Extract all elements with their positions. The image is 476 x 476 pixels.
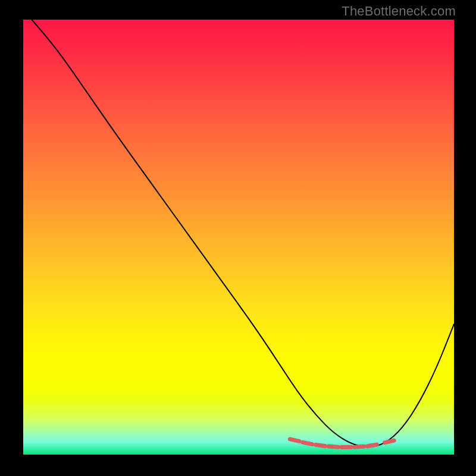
sweet-spot-dash	[316, 445, 325, 446]
sweet-spot-dash	[355, 446, 364, 447]
sweet-spot-dash	[368, 444, 377, 446]
sweet-spot-dash	[290, 439, 299, 441]
plot-area	[23, 20, 454, 455]
sweet-spot-markers	[290, 439, 394, 447]
chart-frame: TheBottleneck.com	[0, 0, 476, 476]
watermark-text: TheBottleneck.com	[342, 4, 456, 19]
sweet-spot-dash	[385, 440, 394, 443]
bottleneck-curve	[32, 20, 454, 447]
sweet-spot-dash	[303, 442, 312, 444]
curve-layer	[23, 20, 454, 455]
sweet-spot-dash	[328, 446, 338, 447]
